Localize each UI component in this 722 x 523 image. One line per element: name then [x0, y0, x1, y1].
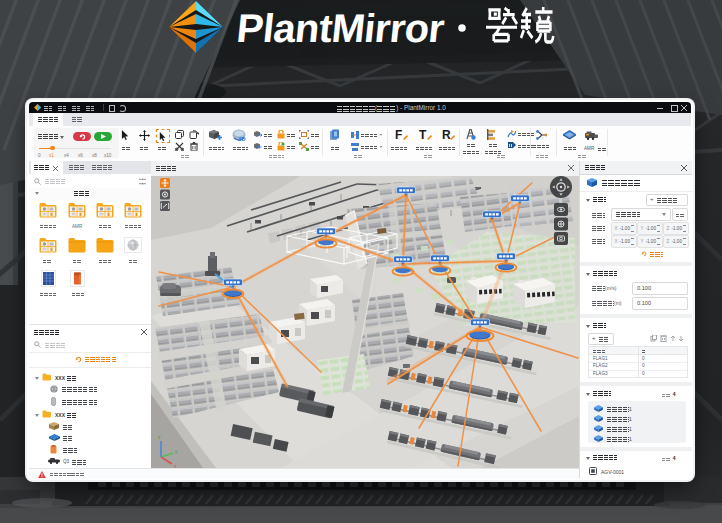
svg-text:PlantMirror: PlantMirror: [235, 6, 446, 50]
svg-text:3D: 3D: [238, 136, 246, 142]
